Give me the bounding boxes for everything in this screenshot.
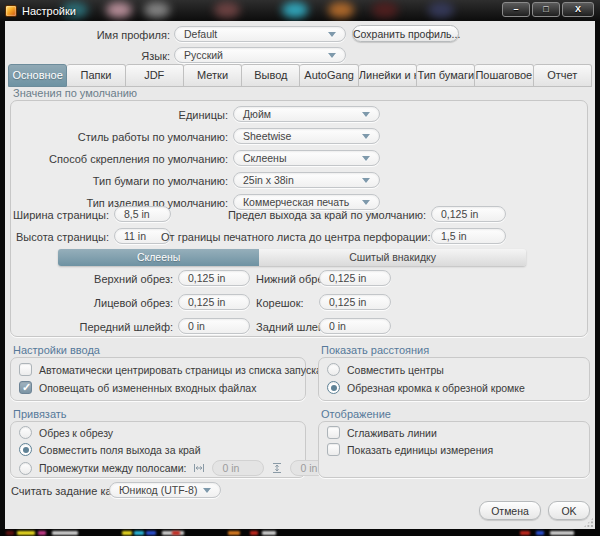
defaults-panel: Единицы: Дюйм Стиль работы по умолчанию:… [10, 100, 588, 337]
app-icon [5, 5, 17, 17]
align-centers-radio[interactable] [327, 363, 340, 376]
display-group-label: Отображение [321, 408, 391, 420]
language-dropdown[interactable]: Русский [174, 47, 346, 63]
units-label: Единицы: [11, 108, 228, 123]
tab-main[interactable]: Основное [8, 64, 67, 87]
chevron-down-icon [203, 488, 211, 493]
desktop-color-bar [0, 529, 600, 536]
encoding-value: Юникод (UTF-8) [119, 483, 197, 497]
front-lap-label: Передний шлейф: [11, 320, 173, 335]
encoding-dropdown[interactable]: Юникод (UTF-8) [109, 482, 221, 498]
units-value: Дюйм [243, 107, 271, 121]
trim-bottom-input[interactable]: 0,125 in [319, 270, 391, 286]
input-settings-box: Автоматически центрировать страницы из с… [10, 357, 306, 401]
language-value: Русский [184, 48, 223, 62]
settings-window: Настройки – □ X Имя профиля: Default Сох… [0, 0, 600, 536]
tab-output[interactable]: Вывод [242, 64, 300, 87]
window-title: Настройки [22, 5, 76, 17]
tab-folders[interactable]: Папки [67, 64, 125, 87]
work-style-value: Sheetwise [243, 129, 291, 143]
show-distances-group-label: Показать расстояния [321, 344, 429, 356]
tab-marks[interactable]: Метки [184, 64, 242, 87]
cancel-button[interactable]: Отмена [479, 501, 541, 520]
show-distances-box: Совместить центры Обрезная кромка к обре… [318, 357, 590, 401]
vertical-gap-icon [271, 462, 283, 474]
align-centers-label: Совместить центры [347, 364, 444, 376]
save-profile-button[interactable]: Сохранить профиль... [352, 25, 459, 42]
display-box: Сглаживать линии Показать единицы измере… [318, 421, 590, 478]
binding-method-label: Способ скрепления по умолчанию: [11, 152, 228, 167]
trim-edge-to-trim-edge-radio[interactable] [327, 381, 340, 394]
close-button[interactable]: X [562, 2, 594, 17]
segment-saddle-stitched[interactable]: Сшитый внакидку [259, 249, 526, 266]
product-type-value: Коммерческая печать [243, 195, 349, 209]
work-style-dropdown[interactable]: Sheetwise [233, 128, 380, 144]
chevron-down-icon [328, 32, 336, 37]
bleed-limit-input[interactable]: 0,125 in [431, 206, 506, 222]
input-settings-group-label: Настройки ввода [13, 344, 100, 356]
binding-method-value: Склеены [243, 151, 286, 165]
chevron-down-icon [328, 53, 336, 58]
profile-name-dropdown[interactable]: Default [174, 26, 346, 42]
column-gaps-radio[interactable] [19, 462, 32, 475]
paper-type-dropdown[interactable]: 25in x 38in [233, 172, 380, 188]
tab-step-repeat[interactable]: Пошаговое му [475, 64, 533, 87]
minimize-button[interactable]: – [502, 2, 530, 17]
trim-face-input[interactable]: 0,125 in [178, 294, 250, 310]
perforation-label: От границы печатного листа до центра пер… [161, 230, 426, 245]
align-bleed-margins-radio[interactable] [19, 443, 32, 456]
snap-box: Обрез к обрезу Совместить поля выхода за… [10, 421, 306, 478]
tab-autogang[interactable]: AutoGang [300, 64, 358, 87]
tab-paper-type[interactable]: Тип бумаги [417, 64, 475, 87]
show-units-label: Показать единицы измерения [347, 444, 493, 456]
language-label: Язык: [5, 49, 170, 64]
align-bleed-margins-label: Совместить поля выхода за край [39, 444, 201, 456]
page-width-label: Ширина страницы: [11, 208, 109, 223]
bleed-limit-label: Предел выхода за край по умолчанию: [161, 208, 426, 223]
notify-changed-files-checkbox[interactable] [19, 381, 32, 394]
horizontal-gap-icon [193, 462, 205, 474]
back-lap-input[interactable]: 0 in [319, 318, 391, 334]
trim-spine-input[interactable]: 0,125 in [319, 294, 391, 310]
horizontal-gap-input[interactable]: 0 in [212, 460, 264, 476]
titlebar[interactable]: Настройки – □ X [0, 0, 600, 21]
work-style-label: Стиль работы по умолчанию: [11, 130, 228, 145]
page-height-label: Высота страницы: [11, 230, 109, 245]
trim-face-label: Лицевой обрез: [11, 296, 173, 311]
paper-type-label: Тип бумаги по умолчанию: [11, 174, 228, 189]
units-dropdown[interactable]: Дюйм [233, 106, 380, 122]
smooth-lines-checkbox[interactable] [327, 426, 340, 439]
chevron-down-icon [362, 156, 370, 161]
profile-name-label: Имя профиля: [5, 28, 170, 43]
snap-group-label: Привязать [13, 408, 67, 420]
trim-to-trim-radio[interactable] [19, 426, 32, 439]
chevron-down-icon [362, 200, 370, 205]
tab-strip: Основное Папки JDF Метки Вывод AutoGang … [8, 64, 592, 87]
tab-jdf[interactable]: JDF [126, 64, 184, 87]
smooth-lines-label: Сглаживать линии [347, 427, 437, 439]
chevron-down-icon [362, 178, 370, 183]
trim-spine-label: Корешок: [256, 296, 304, 311]
maximize-button[interactable]: □ [532, 2, 560, 17]
front-lap-input[interactable]: 0 in [178, 318, 250, 334]
chevron-down-icon [362, 134, 370, 139]
trim-top-input[interactable]: 0,125 in [178, 270, 250, 286]
show-units-checkbox[interactable] [327, 443, 340, 456]
trim-top-label: Верхний обрез: [11, 272, 173, 287]
tab-rulers[interactable]: Линейки и нап [359, 64, 417, 87]
tab-report[interactable]: Отчет [534, 64, 592, 87]
segment-perfect-bound[interactable]: Склеены [58, 249, 259, 266]
ok-button[interactable]: OK [548, 501, 590, 520]
trim-edge-to-trim-edge-label: Обрезная кромка к обрезной кромке [347, 382, 525, 394]
notify-changed-files-label: Оповещать об измененных входных файлах [39, 382, 256, 394]
binding-segmented-control: Склеены Сшитый внакидку [58, 249, 526, 266]
profile-name-value: Default [184, 27, 217, 41]
defaults-group-label: Значения по умолчанию [13, 87, 137, 99]
dialog-body: Имя профиля: Default Сохранить профиль..… [5, 21, 595, 529]
perforation-input[interactable]: 1,5 in [431, 228, 506, 244]
autocenter-label: Автоматически центрировать страницы из с… [39, 364, 322, 376]
autocenter-checkbox[interactable] [19, 363, 32, 376]
column-gaps-label: Промежутки между полосами: [39, 462, 186, 474]
paper-type-value: 25in x 38in [243, 173, 294, 187]
binding-method-dropdown[interactable]: Склеены [233, 150, 380, 166]
